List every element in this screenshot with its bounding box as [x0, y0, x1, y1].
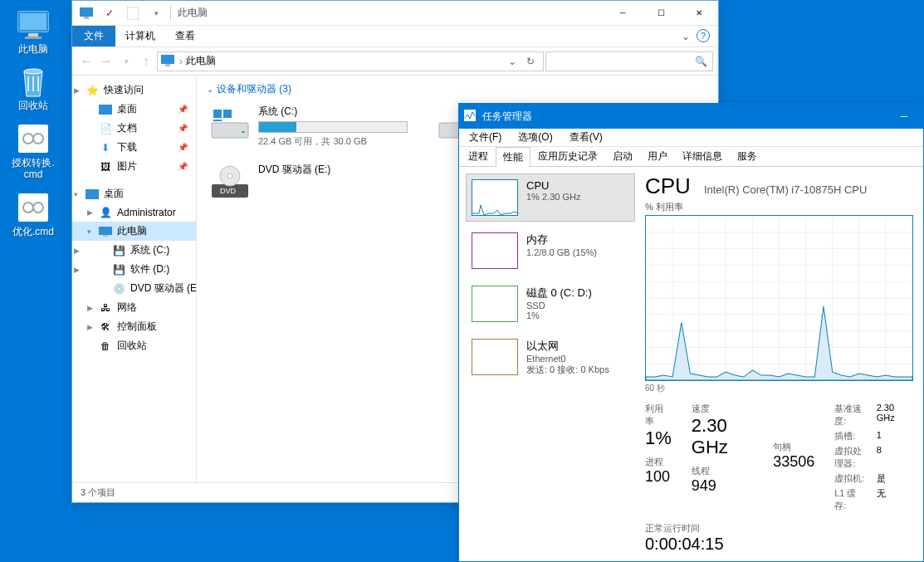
tab-services[interactable]: 服务: [730, 146, 765, 166]
nav-desktop-root[interactable]: ▾桌面: [72, 184, 196, 203]
menu-file[interactable]: 文件(F): [462, 129, 508, 146]
nav-recycle-bin[interactable]: 🗑回收站: [72, 336, 196, 355]
ethernet-thumb-icon: [472, 339, 518, 375]
nav-desktop[interactable]: 桌面📌: [72, 100, 196, 119]
stat-handles: 句柄 33506: [773, 403, 814, 512]
chevron-down-icon: ⌄: [207, 85, 213, 94]
tab-app-history[interactable]: 应用历史记录: [530, 146, 605, 166]
card-sub: 1.2/8.0 GB (15%): [526, 247, 597, 257]
minimize-button[interactable]: ─: [885, 104, 923, 129]
nav-downloads[interactable]: ⬇下载📌: [72, 138, 196, 157]
svg-rect-19: [99, 227, 112, 235]
pin-icon: 📌: [178, 124, 191, 133]
svg-rect-22: [213, 110, 222, 118]
perf-card-ethernet[interactable]: 以太网 Ethernet0 发送: 0 接收: 0 Kbps: [466, 333, 635, 382]
address-location: 此电脑: [186, 54, 216, 68]
monitor-icon: [17, 8, 50, 42]
maximize-button[interactable]: ☐: [642, 1, 680, 26]
qat-dropdown-icon[interactable]: ▾: [147, 4, 165, 22]
pin-icon: 📌: [178, 105, 191, 114]
svg-point-30: [227, 173, 232, 178]
nav-control-panel[interactable]: ▶🛠控制面板: [72, 317, 196, 336]
perf-card-memory[interactable]: 内存 1.2/8.0 GB (15%): [466, 227, 635, 275]
pin-icon: 📌: [178, 143, 191, 152]
disk-thumb-icon: [472, 286, 518, 322]
tab-users[interactable]: 用户: [640, 146, 675, 166]
desktop-icon-this-pc[interactable]: 此电脑: [0, 3, 66, 60]
document-icon: 📄: [99, 122, 112, 135]
window-title: 此电脑: [178, 6, 208, 20]
card-sub: Ethernet0: [526, 354, 609, 364]
card-sub: 发送: 0 接收: 0 Kbps: [526, 364, 609, 376]
close-button[interactable]: ✕: [680, 1, 718, 26]
refresh-icon[interactable]: ↻: [521, 56, 540, 67]
search-input[interactable]: 🔍: [545, 51, 713, 71]
ribbon-tab-computer[interactable]: 计算机: [115, 26, 165, 46]
window-title: 任务管理器: [482, 110, 532, 124]
tab-processes[interactable]: 进程: [461, 146, 496, 166]
svg-rect-15: [161, 55, 174, 64]
menu-options[interactable]: 选项(O): [511, 129, 559, 146]
ribbon-expand-icon[interactable]: ⌄: [675, 26, 697, 46]
picture-icon: 🖼: [99, 160, 112, 173]
properties-icon[interactable]: ✓: [100, 4, 119, 22]
svg-rect-18: [86, 189, 99, 199]
desktop-icon: [86, 188, 99, 201]
tab-startup[interactable]: 启动: [605, 146, 640, 166]
nav-this-pc[interactable]: ▾此电脑: [72, 222, 196, 241]
drive-dvd[interactable]: DVD DVD 驱动器 (E:): [207, 159, 414, 206]
nav-drive-d[interactable]: ▶💾软件 (D:): [72, 260, 196, 279]
desktop-icon: [99, 103, 112, 116]
address-dropdown-icon[interactable]: ⌄: [503, 56, 521, 67]
star-icon: ⭐: [86, 84, 99, 97]
tab-performance[interactable]: 性能: [496, 147, 530, 167]
nav-recent-dropdown[interactable]: ▾: [117, 51, 135, 71]
nav-network[interactable]: ▶🖧网络: [72, 298, 196, 317]
control-panel-icon: 🛠: [99, 320, 112, 334]
minimize-button[interactable]: ─: [604, 1, 642, 26]
stat-utilization: 利用率 1% 进程 100: [645, 403, 672, 512]
section-header-devices[interactable]: ⌄ 设备和驱动器 (3): [207, 82, 708, 96]
monitor-icon: [99, 225, 112, 238]
perf-card-cpu[interactable]: CPU 1% 2.30 GHz: [466, 173, 635, 222]
svg-point-5: [24, 69, 42, 74]
drive-info-text: 22.4 GB 可用，共 30.0 GB: [258, 135, 411, 148]
task-manager-titlebar[interactable]: 任务管理器 ─: [459, 104, 923, 129]
ribbon-file-tab[interactable]: 文件: [72, 26, 115, 46]
ribbon-tab-view[interactable]: 查看: [165, 26, 205, 46]
svg-rect-16: [165, 64, 170, 66]
tab-details[interactable]: 详细信息: [675, 146, 730, 166]
nav-up-button[interactable]: ↑: [137, 51, 155, 71]
nav-quick-access[interactable]: ▶⭐快速访问: [72, 81, 196, 100]
cpu-utilization-chart: [645, 215, 913, 381]
nav-documents[interactable]: 📄文档📌: [72, 119, 196, 138]
ribbon-tabs: 文件 计算机 查看 ⌄ ?: [72, 26, 718, 47]
monitor-icon: [77, 4, 95, 22]
desktop-icon-cmd-2[interactable]: 优化.cmd: [0, 186, 66, 242]
drive-icon: [210, 105, 250, 144]
desktop-icon-cmd-1[interactable]: 授权转换. cmd: [0, 117, 66, 186]
new-file-icon[interactable]: [124, 4, 142, 22]
help-icon[interactable]: ?: [697, 29, 710, 42]
nav-drive-dvd[interactable]: 💿DVD 驱动器 (E:): [72, 279, 196, 298]
status-text: 3 个项目: [81, 486, 115, 499]
pin-icon: 📌: [178, 162, 191, 171]
detail-heading: CPU: [645, 173, 691, 199]
x-axis-label: 60 秒: [645, 383, 913, 394]
search-icon: 🔍: [695, 56, 707, 67]
nav-administrator[interactable]: ▶👤Administrator: [72, 203, 196, 222]
desktop-icon-recycle-bin[interactable]: 回收站: [0, 60, 66, 116]
address-bar[interactable]: › 此电脑 ⌄ ↻: [157, 51, 544, 71]
nav-back-button[interactable]: ←: [77, 51, 95, 71]
desktop-icon-label: 回收站: [18, 100, 48, 111]
explorer-titlebar[interactable]: ✓ ▾ 此电脑 ─ ☐ ✕: [72, 1, 718, 26]
menu-view[interactable]: 查看(V): [563, 129, 609, 146]
monitor-icon: [161, 55, 174, 68]
perf-sidebar: CPU 1% 2.30 GHz 内存 1.2/8.0 GB (15%) 磁盘 0…: [459, 167, 642, 561]
user-icon: 👤: [99, 206, 112, 219]
drive-c[interactable]: 系统 (C:) 22.4 GB 可用，共 30.0 GB: [207, 101, 414, 151]
nav-pictures[interactable]: 🖼图片📌: [72, 157, 196, 176]
nav-forward-button[interactable]: →: [97, 51, 115, 71]
perf-card-disk[interactable]: 磁盘 0 (C: D:) SSD 1%: [466, 280, 635, 328]
nav-drive-c[interactable]: ▶💾系统 (C:): [72, 241, 196, 260]
